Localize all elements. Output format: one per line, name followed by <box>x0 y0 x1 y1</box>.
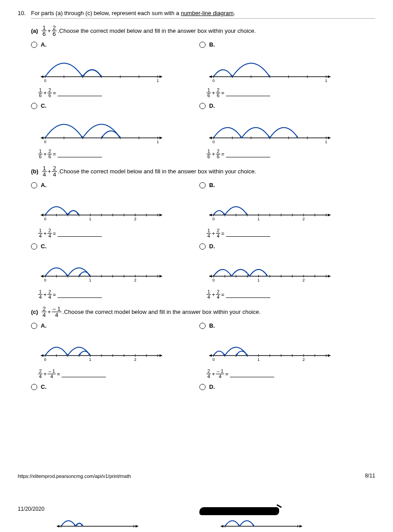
numline-b-C: 012 <box>37 258 166 284</box>
svg-text:1: 1 <box>156 140 159 144</box>
svg-marker-31 <box>160 137 162 139</box>
svg-text:1: 1 <box>89 217 91 221</box>
radio-a-C[interactable] <box>31 103 37 109</box>
answer-input-c-B[interactable] <box>230 371 274 377</box>
svg-text:0: 0 <box>44 278 46 282</box>
svg-text:1: 1 <box>325 78 327 83</box>
svg-marker-45 <box>209 137 212 139</box>
svg-marker-188 <box>300 525 302 528</box>
numline-bottom-right <box>217 510 306 532</box>
numline-b-D: 012 <box>206 258 334 284</box>
radio-a-B[interactable] <box>199 42 206 48</box>
svg-text:0: 0 <box>44 217 46 221</box>
svg-text:2: 2 <box>303 217 305 221</box>
svg-text:2: 2 <box>134 217 136 221</box>
numline-b-A: 012 <box>37 196 166 223</box>
radio-c-C[interactable] <box>31 384 37 390</box>
numline-a-C: 01 <box>37 115 166 146</box>
svg-marker-100 <box>160 275 162 278</box>
svg-text:0: 0 <box>212 217 214 221</box>
svg-marker-30 <box>41 137 43 139</box>
svg-marker-46 <box>328 137 331 139</box>
radio-c-A[interactable] <box>31 323 37 329</box>
svg-marker-120 <box>328 275 331 278</box>
svg-text:0: 0 <box>44 140 46 144</box>
svg-marker-179 <box>57 525 59 528</box>
svg-text:2: 2 <box>134 278 136 282</box>
svg-marker-60 <box>41 214 43 216</box>
answer-input-b-A[interactable] <box>58 230 102 237</box>
numline-bottom-left <box>53 510 142 532</box>
svg-text:2: 2 <box>303 278 305 282</box>
svg-text:2: 2 <box>303 357 305 362</box>
numline-b-B: 012 <box>206 196 334 223</box>
svg-text:1: 1 <box>325 140 327 144</box>
svg-text:1: 1 <box>89 278 91 282</box>
numline-a-D: 01 <box>206 115 334 146</box>
svg-text:0: 0 <box>212 78 214 83</box>
footer-url: https://xlitemprod.pearsoncmg.com/api/v1… <box>18 473 131 479</box>
answer-input-a-C[interactable] <box>58 151 102 157</box>
answer-input-a-B[interactable] <box>226 90 270 96</box>
question-number: 10. <box>18 10 31 16</box>
radio-c-D[interactable] <box>199 384 206 390</box>
svg-marker-160 <box>328 354 331 357</box>
numline-c-B: 012 <box>206 337 334 364</box>
svg-text:0: 0 <box>212 140 214 144</box>
answer-input-b-C[interactable] <box>58 291 102 298</box>
footer-date: 11/20/2020 <box>18 506 44 512</box>
svg-text:1: 1 <box>89 357 91 362</box>
option-label: A. <box>41 41 47 48</box>
radio-a-D[interactable] <box>199 103 206 109</box>
svg-marker-80 <box>209 214 212 216</box>
svg-marker-139 <box>41 354 43 357</box>
svg-text:1: 1 <box>156 78 159 83</box>
question-intro: For parts (a) through (c) below, represe… <box>31 10 375 19</box>
svg-text:1: 1 <box>257 357 260 362</box>
svg-marker-140 <box>160 354 162 357</box>
svg-text:0: 0 <box>44 78 46 83</box>
answer-input-a-A[interactable] <box>58 90 102 96</box>
radio-b-D[interactable] <box>199 243 206 250</box>
answer-input-c-A[interactable] <box>62 371 106 377</box>
svg-text:1: 1 <box>257 217 260 221</box>
svg-text:1: 1 <box>257 278 260 282</box>
svg-marker-1 <box>41 75 43 78</box>
svg-marker-99 <box>41 275 43 278</box>
svg-marker-119 <box>209 275 212 278</box>
svg-text:2: 2 <box>134 357 136 362</box>
svg-text:0: 0 <box>44 357 46 362</box>
svg-marker-2 <box>160 75 162 78</box>
svg-marker-81 <box>328 214 331 216</box>
answer-input-b-D[interactable] <box>226 291 270 298</box>
part-b-prompt: (b) 14 + 24 . Choose the correct model b… <box>31 165 375 177</box>
part-a-prompt: (a) 16 + 26 . Choose the correct model b… <box>31 25 375 37</box>
radio-b-C[interactable] <box>31 243 37 250</box>
radio-a-A[interactable] <box>31 42 37 48</box>
svg-marker-187 <box>221 525 223 528</box>
radio-b-A[interactable] <box>31 182 37 188</box>
svg-marker-61 <box>160 214 162 216</box>
footer-pagenum: 8/11 <box>365 473 375 479</box>
radio-c-B[interactable] <box>199 323 206 329</box>
svg-marker-17 <box>328 75 331 78</box>
numline-a-A: 01 <box>37 54 166 85</box>
svg-text:0: 0 <box>212 278 214 282</box>
radio-b-B[interactable] <box>199 182 206 188</box>
answer-input-b-B[interactable] <box>226 230 270 237</box>
numline-a-B: 01 <box>206 54 334 85</box>
part-c-prompt: (c) 24 + – 14 . Choose the correct model… <box>31 306 375 318</box>
svg-marker-180 <box>136 525 138 528</box>
svg-marker-159 <box>209 354 212 357</box>
equation-a-A: 16 + 26 = <box>37 88 186 98</box>
svg-text:0: 0 <box>212 357 214 362</box>
numline-c-A: 012 <box>37 337 166 364</box>
answer-input-a-D[interactable] <box>226 151 270 157</box>
svg-marker-16 <box>209 75 212 78</box>
